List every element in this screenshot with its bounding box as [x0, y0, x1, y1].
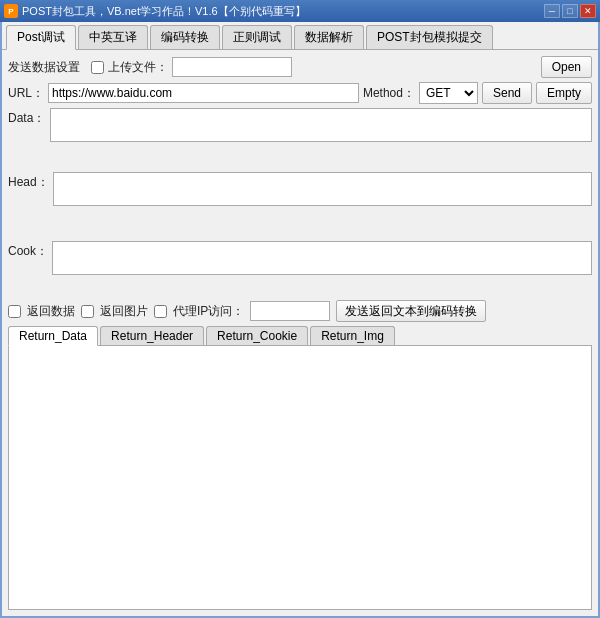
tab-regex[interactable]: 正则调试	[222, 25, 292, 49]
minimize-button[interactable]: ─	[544, 4, 560, 18]
return-tab-cookie[interactable]: Return_Cookie	[206, 326, 308, 345]
return-tab-img[interactable]: Return_Img	[310, 326, 395, 345]
send-settings-row: 发送数据设置 上传文件： Open	[8, 56, 592, 78]
title-bar: P POST封包工具，VB.net学习作品！V1.6【个别代码重写】 ─ □ ✕	[0, 0, 600, 22]
data-textarea[interactable]	[50, 108, 592, 142]
return-tab-data[interactable]: Return_Data	[8, 326, 98, 346]
main-tab-bar: Post调试 中英互译 编码转换 正则调试 数据解析 POST封包模拟提交	[2, 22, 598, 50]
return-data-label: 返回数据	[27, 303, 75, 320]
empty-button[interactable]: Empty	[536, 82, 592, 104]
tab-encode[interactable]: 编码转换	[150, 25, 220, 49]
tab-post-submit[interactable]: POST封包模拟提交	[366, 25, 493, 49]
head-section: Head：	[8, 172, 592, 237]
content-area: 发送数据设置 上传文件： Open URL： Method： GET POST …	[2, 50, 598, 616]
tab-data-parse[interactable]: 数据解析	[294, 25, 364, 49]
proxy-input[interactable]	[250, 301, 330, 321]
return-img-label: 返回图片	[100, 303, 148, 320]
upload-file-input[interactable]	[172, 57, 292, 77]
method-label: Method：	[363, 85, 415, 102]
title-buttons: ─ □ ✕	[544, 4, 596, 18]
open-button[interactable]: Open	[541, 56, 592, 78]
tab-post-debug[interactable]: Post调试	[6, 25, 76, 50]
proxy-label: 代理IP访问：	[173, 303, 244, 320]
tab-cn-en[interactable]: 中英互译	[78, 25, 148, 49]
cook-label: Cook：	[8, 241, 48, 260]
return-textarea[interactable]	[9, 346, 591, 609]
data-section: Data：	[8, 108, 592, 168]
return-options-row: 返回数据 返回图片 代理IP访问： 发送返回文本到编码转换	[8, 300, 592, 322]
send-convert-button[interactable]: 发送返回文本到编码转换	[336, 300, 486, 322]
return-data-checkbox[interactable]	[8, 305, 21, 318]
main-window: Post调试 中英互译 编码转换 正则调试 数据解析 POST封包模拟提交 发送…	[0, 22, 600, 618]
title-bar-left: P POST封包工具，VB.net学习作品！V1.6【个别代码重写】	[4, 4, 306, 19]
cook-textarea[interactable]	[52, 241, 592, 275]
data-label: Data：	[8, 108, 46, 127]
maximize-button[interactable]: □	[562, 4, 578, 18]
method-select[interactable]: GET POST	[419, 82, 478, 104]
head-textarea[interactable]	[53, 172, 592, 206]
upload-file-label: 上传文件：	[108, 59, 168, 76]
upload-file-checkbox[interactable]	[91, 61, 104, 74]
proxy-checkbox[interactable]	[154, 305, 167, 318]
url-label: URL：	[8, 85, 44, 102]
app-icon: P	[4, 4, 18, 18]
url-input[interactable]	[48, 83, 359, 103]
send-settings-label: 发送数据设置	[8, 59, 80, 76]
window-title: POST封包工具，VB.net学习作品！V1.6【个别代码重写】	[22, 4, 306, 19]
return-area-wrapper	[8, 346, 592, 610]
return-img-checkbox[interactable]	[81, 305, 94, 318]
close-button[interactable]: ✕	[580, 4, 596, 18]
url-row: URL： Method： GET POST Send Empty	[8, 82, 592, 104]
return-tab-bar: Return_Data Return_Header Return_Cookie …	[8, 326, 592, 346]
return-panel: Return_Data Return_Header Return_Cookie …	[8, 326, 592, 610]
head-label: Head：	[8, 172, 49, 191]
cook-section: Cook：	[8, 241, 592, 296]
return-tab-header[interactable]: Return_Header	[100, 326, 204, 345]
send-button[interactable]: Send	[482, 82, 532, 104]
